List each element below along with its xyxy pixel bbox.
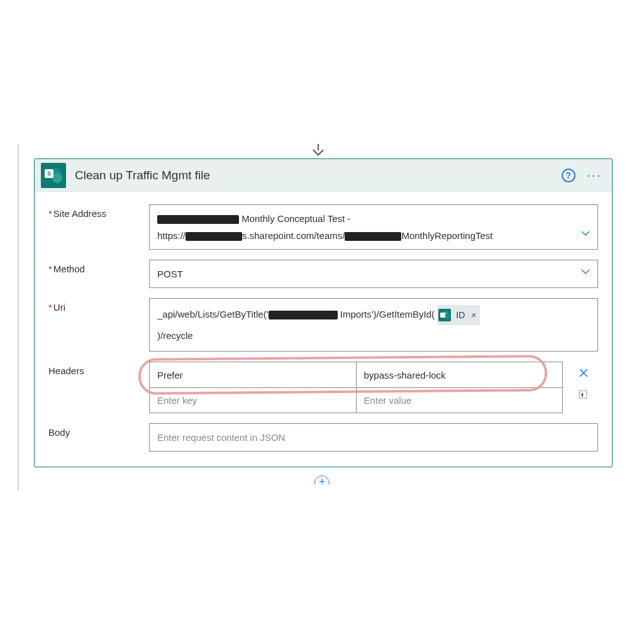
flow-connector-line: [18, 145, 19, 491]
card-title: Clean up Traffic Mgmt file: [75, 169, 562, 182]
redacted-text: [157, 215, 239, 224]
site-address-dropdown[interactable]: Monthly Conceptual Test - https://s.shar…: [149, 204, 598, 250]
sharepoint-icon: S: [41, 163, 66, 188]
add-step-button[interactable]: +: [314, 475, 330, 491]
header-key-input-empty[interactable]: Enter key: [150, 388, 356, 413]
body-input[interactable]: Enter request content in JSON: [149, 423, 598, 452]
site-address-label: Site Address: [48, 204, 149, 219]
chevron-down-icon: [580, 227, 591, 244]
help-icon[interactable]: ?: [562, 169, 575, 182]
more-menu-icon[interactable]: ···: [587, 169, 602, 182]
card-header[interactable]: S Clean up Traffic Mgmt file ? ···: [35, 159, 612, 192]
method-dropdown[interactable]: POST: [149, 260, 598, 288]
flow-arrow-down-icon: [309, 142, 327, 158]
redacted-text: [269, 311, 338, 319]
redacted-text: [186, 232, 242, 241]
header-value-input[interactable]: bypass-shared-lock: [356, 362, 563, 387]
header-key-input[interactable]: Prefer: [150, 362, 356, 387]
uri-label: Uri: [48, 298, 149, 313]
remove-header-icon[interactable]: [577, 367, 590, 381]
switch-to-text-mode-icon[interactable]: [577, 389, 590, 403]
headers-label: Headers: [48, 362, 149, 376]
headers-table: Prefer bypass-shared-lock Enter key Ente…: [149, 362, 563, 413]
card-body: Site Address Monthly Conceptual Test - h…: [35, 192, 612, 467]
dynamic-content-token-id[interactable]: ID ×: [437, 305, 480, 326]
uri-input[interactable]: _api/web/Lists/GetByTitle(' Imports')/Ge…: [149, 298, 598, 352]
header-value-input-empty[interactable]: Enter value: [356, 388, 563, 413]
action-card: S Clean up Traffic Mgmt file ? ··· Site …: [34, 158, 613, 467]
method-label: Method: [48, 260, 149, 274]
sharepoint-icon: [438, 309, 451, 321]
svg-rect-1: [582, 393, 584, 397]
body-label: Body: [48, 423, 149, 438]
redacted-text: [345, 232, 401, 241]
token-remove-icon[interactable]: ×: [470, 306, 476, 325]
chevron-down-icon: [580, 265, 591, 282]
